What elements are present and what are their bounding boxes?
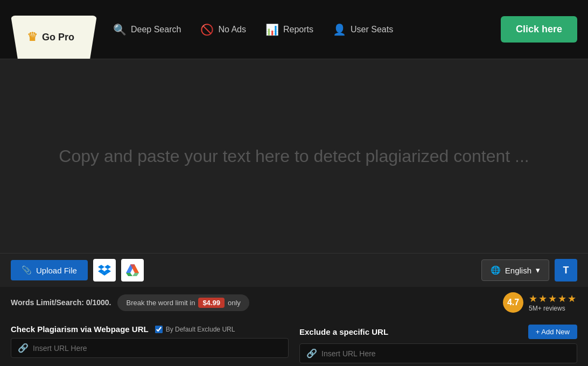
words-limit-left: Words Limit/Search: 0/1000. Break the wo…: [11, 294, 249, 311]
rating-area: 4.7 ★★★★★ 5M+ reviews: [503, 292, 577, 313]
feature-user-seats: 👤 User Seats: [333, 23, 393, 36]
url-right-header: Exclude a specific URL + Add New: [299, 325, 577, 339]
svg-marker-0: [98, 265, 104, 269]
text-format-icon: T: [563, 265, 569, 276]
break-limit-bubble[interactable]: Break the word limit in $4.99 only: [117, 294, 249, 311]
words-limit-text: Words Limit/Search: 0/1000.: [11, 298, 111, 307]
link-icon-right: 🔗: [306, 348, 317, 358]
exclude-url-checkbox[interactable]: [155, 326, 163, 333]
text-area-wrapper[interactable]: Copy and paste your text here to detect …: [11, 70, 577, 242]
user-seats-label: User Seats: [351, 25, 393, 34]
toolbar: 📎 Upload File: [0, 253, 588, 287]
url-section: Check Plagiarism via Webpage URL By Defa…: [0, 318, 588, 366]
exclude-url-checkbox-label[interactable]: By Default Exclude URL: [155, 326, 235, 333]
exclude-url-label: Exclude a specific URL: [299, 327, 388, 336]
url-input-right-wrapper[interactable]: 🔗: [299, 343, 577, 363]
feature-no-ads: 🚫 No Ads: [200, 23, 246, 36]
toolbar-right: 🌐 English ▾ T: [481, 259, 577, 281]
url-input-left[interactable]: [33, 344, 282, 353]
upload-file-button[interactable]: 📎 Upload File: [11, 260, 88, 280]
chevron-down-icon: ▾: [536, 265, 540, 275]
only-text: only: [228, 299, 241, 307]
dropbox-icon: [98, 265, 111, 276]
exclude-url-text: By Default Exclude URL: [166, 326, 235, 333]
no-ads-icon: 🚫: [200, 23, 214, 36]
deep-search-icon: 🔍: [113, 23, 127, 36]
globe-icon: 🌐: [491, 265, 501, 275]
dropbox-button[interactable]: [93, 259, 116, 281]
text-format-button[interactable]: T: [555, 259, 577, 281]
go-pro-label: Go Pro: [42, 32, 74, 43]
add-new-button[interactable]: + Add New: [528, 325, 577, 339]
reviews-text: 5M+ reviews: [529, 305, 565, 312]
user-seats-icon: 👤: [333, 23, 346, 36]
main-placeholder: Copy and paste your text here to detect …: [59, 143, 529, 169]
main-area[interactable]: Copy and paste your text here to detect …: [0, 59, 588, 253]
url-input-left-wrapper[interactable]: 🔗: [11, 338, 289, 358]
feature-deep-search: 🔍 Deep Search: [113, 23, 181, 36]
reports-icon: 📊: [265, 23, 279, 36]
break-limit-text: Break the word limit in: [126, 299, 195, 307]
check-plagiarism-label: Check Plagiarism via Webpage URL: [11, 325, 149, 334]
svg-marker-6: [126, 273, 132, 276]
url-right: Exclude a specific URL + Add New 🔗: [299, 325, 577, 363]
no-ads-label: No Ads: [218, 25, 246, 34]
upload-label: Upload File: [36, 266, 77, 275]
upload-icon: 📎: [22, 265, 32, 275]
url-input-right[interactable]: [321, 349, 570, 358]
svg-marker-1: [104, 265, 111, 269]
stars: ★★★★★: [529, 293, 577, 305]
go-pro-badge[interactable]: ♛ Go Pro: [11, 16, 97, 59]
svg-marker-7: [132, 273, 139, 276]
words-limit-bar: Words Limit/Search: 0/1000. Break the wo…: [0, 287, 588, 318]
language-selector[interactable]: 🌐 English ▾: [481, 259, 549, 281]
google-drive-button[interactable]: [121, 259, 144, 281]
feature-reports: 📊 Reports: [265, 23, 313, 36]
price-badge: $4.99: [198, 298, 225, 308]
reports-label: Reports: [283, 25, 313, 34]
feature-items: 🔍 Deep Search 🚫 No Ads 📊 Reports 👤 User …: [113, 23, 485, 36]
language-label: English: [505, 266, 531, 275]
stars-area: ★★★★★ 5M+ reviews: [529, 293, 577, 312]
top-bar: ♛ Go Pro 🔍 Deep Search 🚫 No Ads 📊 Report…: [0, 0, 588, 59]
toolbar-left: 📎 Upload File: [11, 259, 144, 281]
link-icon-left: 🔗: [18, 343, 29, 353]
url-left: Check Plagiarism via Webpage URL By Defa…: [11, 325, 289, 358]
crown-icon: ♛: [27, 30, 38, 44]
click-here-button[interactable]: Click here: [501, 16, 577, 43]
url-left-header: Check Plagiarism via Webpage URL By Defa…: [11, 325, 289, 334]
rating-circle: 4.7: [503, 292, 523, 313]
google-drive-icon: [126, 264, 139, 276]
deep-search-label: Deep Search: [131, 25, 181, 34]
